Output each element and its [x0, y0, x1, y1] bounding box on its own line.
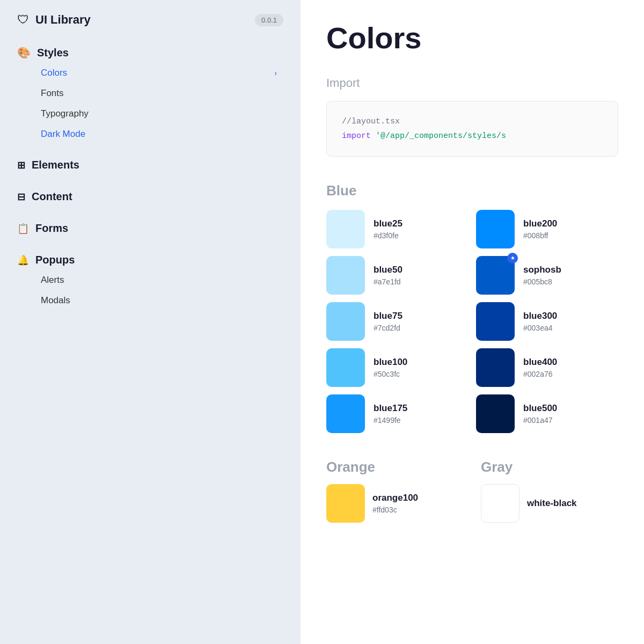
popups-nav-items: Alerts Modals [17, 270, 283, 310]
color-item-blue300: blue300 #003ea4 [476, 302, 618, 341]
color-swatch-blue100 [326, 348, 365, 387]
color-swatch-blue25 [326, 210, 365, 248]
sidebar-item-alerts[interactable]: Alerts [34, 270, 283, 290]
main-content: Colors Import //layout.tsx import '@/app… [301, 0, 644, 644]
color-name-blue50: blue50 [374, 265, 402, 275]
styles-heading: 🎨 Styles [17, 46, 283, 59]
elements-heading[interactable]: ⊞ Elements [17, 159, 283, 171]
color-swatch-blue175 [326, 394, 365, 433]
sidebar: 🛡 UI Library 0.0.1 🎨 Styles Colors › Fon… [0, 0, 301, 644]
color-hex-blue500: #001a47 [523, 416, 557, 425]
color-hex-blue300: #003ea4 [523, 324, 557, 332]
code-import-line: import '@/app/_components/styles/s [342, 129, 603, 143]
color-info-blue200: blue200 #008bff [523, 218, 557, 240]
color-item-blue175: blue175 #1499fe [326, 394, 469, 433]
color-swatch-sophos: ★ [476, 256, 515, 295]
color-info-white-black: white-black [527, 498, 577, 509]
sidebar-item-fonts[interactable]: Fonts [34, 84, 283, 103]
color-item-blue100: blue100 #50c3fc [326, 348, 469, 387]
sidebar-item-typography[interactable]: Typography [34, 104, 283, 123]
color-item-sophos: ★ sophos​b #005bc8 [476, 256, 618, 295]
color-info-blue100: blue100 #50c3fc [374, 357, 407, 378]
color-swatch-blue300 [476, 302, 515, 341]
orange-section-title: Orange [326, 459, 464, 475]
color-item-blue25: blue25 #d3f0fe [326, 210, 469, 248]
code-string: '@/app/_components/styles/s [376, 131, 506, 141]
import-code-block: //layout.tsx import '@/app/_components/s… [326, 101, 618, 157]
color-swatch-blue50 [326, 256, 365, 295]
content-icon: ⊟ [17, 191, 25, 203]
gray-section-title: Gray [481, 459, 618, 475]
color-info-orange100: orange100 #ffd03c [372, 493, 418, 514]
color-name-blue300: blue300 [523, 311, 557, 321]
nav-section-styles: 🎨 Styles Colors › Fonts Typography Dark … [17, 46, 283, 144]
color-info-blue75: blue75 #7cd2fd [374, 311, 402, 332]
color-item-blue500: blue500 #001a47 [476, 394, 618, 433]
color-info-blue50: blue50 #a7e1fd [374, 265, 402, 286]
color-hex-blue50: #a7e1fd [374, 277, 402, 286]
code-keyword: import [342, 131, 371, 141]
color-swatch-orange100 [326, 484, 365, 523]
color-hex-blue175: #1499fe [374, 416, 407, 425]
color-hex-sophos: #005bc8 [523, 277, 561, 286]
color-name-blue175: blue175 [374, 403, 407, 414]
color-hex-blue75: #7cd2fd [374, 324, 402, 332]
color-swatch-blue500 [476, 394, 515, 433]
gray-section: Gray white-black [481, 459, 618, 530]
page-title: Colors [326, 21, 618, 55]
color-name-sophos: sophos​b [523, 265, 561, 275]
styles-nav-items: Colors › Fonts Typography Dark Mode [17, 63, 283, 144]
color-item-blue50: blue50 #a7e1fd [326, 256, 469, 295]
elements-icon: ⊞ [17, 159, 25, 171]
color-info-blue400: blue400 #002a76 [523, 357, 557, 378]
color-info-blue500: blue500 #001a47 [523, 403, 557, 425]
import-label: Import [326, 76, 618, 90]
color-item-orange100: orange100 #ffd03c [326, 484, 464, 523]
styles-icon: 🎨 [17, 46, 31, 59]
sidebar-item-colors[interactable]: Colors › [34, 63, 283, 83]
color-name-blue75: blue75 [374, 311, 402, 321]
sidebar-item-modals[interactable]: Modals [34, 291, 283, 310]
nav-section-content: ⊟ Content [17, 191, 283, 207]
code-comment-line: //layout.tsx [342, 114, 603, 129]
app-name: UI Library [35, 13, 91, 27]
color-item-blue200: blue200 #008bff [476, 210, 618, 248]
color-hex-orange100: #ffd03c [372, 506, 418, 514]
sidebar-header: 🛡 UI Library 0.0.1 [17, 13, 283, 27]
color-info-blue300: blue300 #003ea4 [523, 311, 557, 332]
color-name-blue200: blue200 [523, 218, 557, 229]
color-hex-blue100: #50c3fc [374, 370, 407, 378]
color-name-blue100: blue100 [374, 357, 407, 368]
color-info-sophos: sophos​b #005bc8 [523, 265, 561, 286]
nav-section-forms: 📋 Forms [17, 222, 283, 239]
color-info-blue25: blue25 #d3f0fe [374, 218, 402, 240]
color-name-orange100: orange100 [372, 493, 418, 503]
forms-icon: 📋 [17, 223, 29, 235]
popups-icon: 🔔 [17, 254, 29, 266]
version-badge: 0.0.1 [255, 14, 283, 26]
color-swatch-blue200 [476, 210, 515, 248]
blue-section-title: Blue [326, 182, 618, 199]
color-swatch-white-black [481, 484, 519, 523]
color-hex-blue400: #002a76 [523, 370, 557, 378]
color-info-blue175: blue175 #1499fe [374, 403, 407, 425]
shield-icon: 🛡 [17, 13, 29, 27]
color-name-blue500: blue500 [523, 403, 557, 414]
color-hex-blue25: #d3f0fe [374, 231, 402, 240]
blue-color-grid: blue25 #d3f0fe blue200 #008bff blue50 #a… [326, 210, 618, 433]
popups-heading[interactable]: 🔔 Popups [17, 254, 283, 266]
logo-area: 🛡 UI Library [17, 13, 91, 27]
color-swatch-blue400 [476, 348, 515, 387]
nav-section-popups: 🔔 Popups Alerts Modals [17, 254, 283, 310]
color-swatch-blue75 [326, 302, 365, 341]
color-item-blue75: blue75 #7cd2fd [326, 302, 469, 341]
chevron-right-icon: › [274, 69, 277, 77]
sidebar-item-dark-mode[interactable]: Dark Mode [34, 125, 283, 144]
color-hex-blue200: #008bff [523, 231, 557, 240]
forms-heading[interactable]: 📋 Forms [17, 222, 283, 235]
content-heading[interactable]: ⊟ Content [17, 191, 283, 203]
star-badge: ★ [507, 253, 518, 264]
nav-section-elements: ⊞ Elements [17, 159, 283, 175]
bottom-sections: Orange orange100 #ffd03c Gray white-blac… [326, 459, 618, 530]
color-item-white-black: white-black [481, 484, 618, 523]
